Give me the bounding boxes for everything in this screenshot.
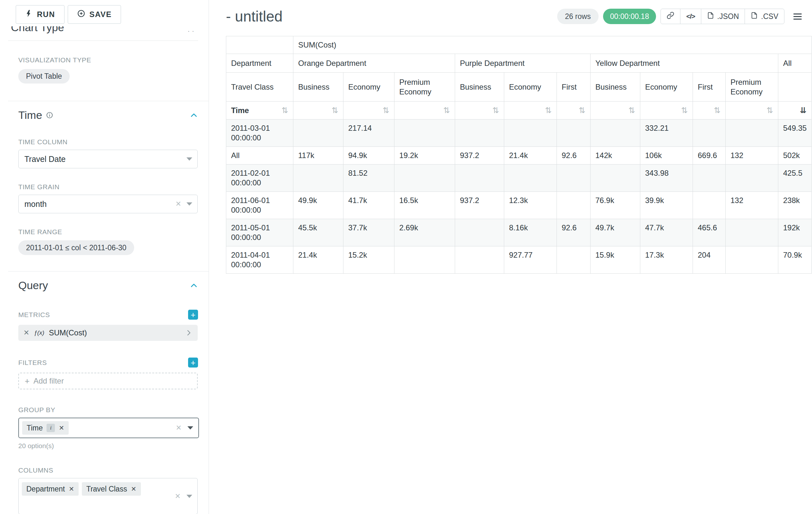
metric-item[interactable]: ✕ ƒ(x) SUM(Cost) [18, 325, 198, 341]
chevron-down-icon [186, 495, 192, 498]
value-cell: 669.6 [693, 147, 726, 164]
columns-select[interactable]: Department✕Travel Class✕ ✕ [18, 478, 198, 514]
sort-icon[interactable]: ⇅ [331, 106, 338, 114]
time-column-select[interactable]: Travel Date [18, 150, 198, 168]
sort-icon[interactable]: ⇅ [545, 106, 552, 114]
function-icon: ƒ(x) [34, 329, 44, 336]
sort-header-cell: ⇅ [293, 102, 343, 119]
more-options-button[interactable] [789, 9, 806, 24]
chevron-up-icon[interactable] [190, 111, 198, 119]
chart-header-actions: 26 rows 00:00:00.18 </> [557, 9, 809, 24]
travel-class-header: Premium Economy [395, 73, 455, 102]
remove-pill-icon[interactable]: ✕ [59, 424, 64, 432]
filters-label: FILTERS [18, 359, 47, 367]
sidebar-scroll-area[interactable]: VISUALIZATION TYPE Pivot Table Time TIME… [0, 56, 209, 514]
travel-class-header: First [693, 73, 726, 102]
travel-class-header: Business [455, 73, 504, 102]
value-cell [557, 119, 590, 147]
chevron-down-icon [187, 426, 193, 430]
file-icon [751, 11, 758, 21]
clear-icon[interactable]: ✕ [175, 493, 181, 500]
pivot-table: SUM(Cost)DepartmentOrange DepartmentPurp… [226, 36, 812, 274]
sort-header-cell: ⇅ [640, 102, 693, 119]
export-csv-label: .CSV [761, 12, 778, 21]
chevron-down-icon [186, 202, 192, 206]
value-cell: 19.2k [395, 147, 455, 164]
value-cell: 192k [778, 219, 812, 246]
value-cell: 238k [778, 192, 812, 219]
sort-header-cell: ⇅ [726, 102, 778, 119]
add-filter-button[interactable]: + [188, 357, 198, 368]
query-section-header[interactable]: Query [18, 279, 198, 292]
time-grain-select[interactable]: month ✕ [18, 195, 198, 213]
export-json-label: .JSON [717, 12, 739, 21]
copy-link-button[interactable] [661, 9, 680, 24]
value-cell [455, 219, 504, 246]
remove-pill-icon[interactable]: ✕ [131, 485, 137, 493]
sort-header-cell: ⇅ [395, 102, 455, 119]
sort-icon[interactable]: ⇅ [629, 106, 635, 114]
sort-icon[interactable]: ⇅ [492, 106, 499, 114]
value-cell: 425.5 [778, 164, 812, 192]
time-range-value[interactable]: 2011-01-01 ≤ col < 2011-06-30 [18, 240, 134, 255]
remove-pill-icon[interactable]: ✕ [69, 485, 74, 493]
visualization-type-value[interactable]: Pivot Table [18, 69, 70, 83]
sort-icon[interactable]: ⇅ [579, 106, 585, 114]
save-button-label: SAVE [90, 10, 112, 19]
clear-icon[interactable]: ✕ [176, 424, 182, 431]
travel-class-header [778, 73, 812, 102]
value-cell: 2.69k [395, 219, 455, 246]
sort-icon[interactable]: ⇅ [681, 106, 688, 114]
row-key-cell: 2011-05-01 00:00:00 [226, 219, 293, 246]
divider [8, 101, 209, 101]
value-cell: 502k [778, 147, 812, 164]
time-range-label: TIME RANGE [18, 228, 198, 236]
plus-circle-icon [77, 9, 85, 20]
value-cell: 549.35 [778, 119, 812, 147]
value-cell [455, 164, 504, 192]
clear-icon[interactable]: ✕ [176, 200, 181, 208]
time-column-value: Travel Date [24, 155, 65, 164]
sort-icon[interactable]: ⇅ [714, 106, 721, 114]
table-row: 2011-03-01 00:00:00217.14332.21549.35 [226, 119, 812, 147]
value-cell: 217.14 [343, 119, 395, 147]
sort-icon[interactable]: ⇅ [383, 106, 389, 114]
value-pill[interactable]: Department✕ [22, 482, 79, 496]
add-metric-button[interactable]: + [188, 310, 198, 320]
value-cell [557, 246, 590, 274]
department-group-header: Orange Department [293, 54, 455, 73]
pivot-table-container: SUM(Cost)DepartmentOrange DepartmentPurp… [226, 36, 809, 274]
chevron-right-icon[interactable] [185, 329, 193, 337]
sort-descending-active-icon[interactable]: ⇊ [800, 106, 807, 114]
code-icon: </> [686, 12, 695, 20]
run-button[interactable]: RUN [16, 5, 64, 24]
value-cell: 94.9k [343, 147, 395, 164]
sort-icon[interactable]: ⇅ [766, 106, 773, 114]
group-by-select[interactable]: Timei✕ ✕ [18, 417, 199, 438]
value-pill[interactable]: Travel Class✕ [82, 482, 141, 496]
add-filter-dropzone[interactable]: + Add filter [18, 373, 198, 389]
time-section-header[interactable]: Time [18, 109, 198, 121]
value-cell: 39.9k [640, 192, 693, 219]
sort-icon[interactable]: ⇅ [443, 106, 450, 114]
department-dimension-header: Department [226, 54, 293, 73]
sort-header-cell: ⇊ [778, 102, 812, 119]
row-key-cell: 2011-02-01 00:00:00 [226, 164, 293, 192]
travel-class-header: Premium Economy [726, 73, 778, 102]
remove-metric-icon[interactable]: ✕ [23, 329, 29, 336]
save-button[interactable]: SAVE [68, 5, 121, 24]
group-by-label: GROUP BY [18, 406, 198, 414]
sort-header-cell: ⇅ [504, 102, 557, 119]
embed-code-button[interactable]: </> [680, 9, 701, 24]
value-cell: 47.7k [640, 219, 693, 246]
export-csv-button[interactable]: .CSV [745, 9, 784, 24]
value-cell: 92.6 [557, 219, 590, 246]
value-cell: 8.16k [504, 219, 557, 246]
value-pill[interactable]: Timei✕ [22, 421, 69, 435]
chart-title[interactable]: - untitled [226, 8, 283, 25]
export-json-button[interactable]: .JSON [701, 9, 745, 24]
department-group-header: Purple Department [455, 54, 590, 73]
value-cell: 937.2 [455, 147, 504, 164]
chevron-up-icon[interactable] [190, 281, 198, 290]
sort-icon[interactable]: ⇅ [282, 106, 288, 114]
